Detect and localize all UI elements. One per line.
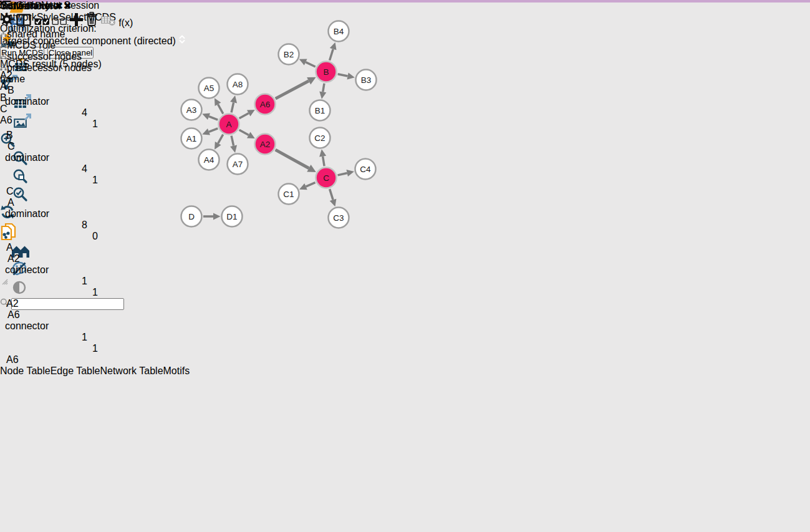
table-row-a2[interactable]: A2connector11A2 <box>0 253 190 309</box>
node-label-b4: B4 <box>334 27 344 36</box>
cell-MCDS-role[interactable]: dominator <box>0 208 76 220</box>
table-header-row: shared nameMCDS rolesuccessor nodesprede… <box>0 29 190 85</box>
edge-A2-C[interactable] <box>276 150 309 168</box>
column-type-icon <box>0 51 7 62</box>
table-panel-tabs: Node TableEdge TableNetwork TableMotifs <box>0 365 190 377</box>
cell-successor-nodes[interactable]: 8 <box>0 220 97 231</box>
cell-MCDS-role[interactable]: connector <box>0 321 76 332</box>
edge-A-A5[interactable] <box>218 104 223 114</box>
edge-A-A7[interactable] <box>231 136 234 146</box>
column-header-predecessor-nodes[interactable]: predecessor nodes <box>0 62 103 74</box>
cell-name[interactable]: A <box>0 242 52 253</box>
add-column-button[interactable] <box>70 17 85 28</box>
memory-status-button[interactable]: Memory <box>14 1 50 11</box>
node-label-c2: C2 <box>314 133 325 143</box>
cell-shared-name[interactable]: A2 <box>0 253 84 264</box>
edge-A-A4[interactable] <box>218 135 223 143</box>
cell-name[interactable]: A2 <box>0 298 52 309</box>
node-label-b3: B3 <box>361 75 372 85</box>
tab-edge-table[interactable]: Edge Table <box>51 365 100 376</box>
edge-C-C1[interactable] <box>306 183 316 187</box>
column-header-label: predecessor nodes <box>7 62 92 73</box>
edge-C-C4[interactable] <box>338 173 347 175</box>
node-attribute-table[interactable]: shared nameMCDS rolesuccessor nodesprede… <box>0 29 190 365</box>
cell-name[interactable]: B <box>0 130 52 141</box>
function-builder-button[interactable]: f(x) <box>118 17 133 28</box>
column-type-icon <box>0 29 7 39</box>
tab-network-table[interactable]: Network Table <box>100 365 163 376</box>
node-label-a: A <box>226 120 231 129</box>
edge-arrowhead <box>319 91 326 99</box>
edge-B-B4[interactable] <box>330 49 334 60</box>
edge-A-A6[interactable] <box>239 113 249 118</box>
node-label-a4: A4 <box>204 155 215 165</box>
node-label-a8: A8 <box>233 80 243 89</box>
edge-C-C3[interactable] <box>330 189 333 200</box>
cell-MCDS-role[interactable]: connector <box>0 264 76 276</box>
cell-shared-name[interactable]: B <box>0 85 84 96</box>
cell-successor-nodes[interactable]: 1 <box>0 276 97 287</box>
edge-C-C2[interactable] <box>323 157 324 167</box>
edge-A-A8[interactable] <box>231 102 234 112</box>
cell-successor-nodes[interactable]: 4 <box>0 107 97 118</box>
cell-predecessor-nodes[interactable]: 1 <box>0 175 103 186</box>
node-label-b2: B2 <box>284 50 294 59</box>
cell-name[interactable]: A6 <box>0 354 52 365</box>
edge-A-A2[interactable] <box>239 130 249 135</box>
memory-label: Memory <box>14 1 50 11</box>
edge-A-A3[interactable] <box>209 117 218 120</box>
task-history-button[interactable] <box>0 1 14 11</box>
cell-successor-nodes[interactable]: 1 <box>0 332 97 343</box>
column-header-name[interactable]: name <box>0 74 52 85</box>
cell-successor-nodes[interactable]: 4 <box>0 163 97 175</box>
list-icon <box>0 0 11 9</box>
table-row-a6[interactable]: A6connector11A6 <box>0 309 190 365</box>
cell-predecessor-nodes[interactable]: 0 <box>0 231 103 242</box>
close-panel-icon[interactable]: ✖ <box>55 1 63 11</box>
column-layout-button[interactable] <box>16 17 34 28</box>
edge-arrowhead <box>330 42 337 51</box>
cell-shared-name[interactable]: A6 <box>0 309 84 321</box>
delete-table-button[interactable] <box>101 17 118 28</box>
table-toolbar: f(x) <box>0 12 190 29</box>
delete-columns-button[interactable] <box>85 17 100 28</box>
tab-motifs[interactable]: Motifs <box>163 365 190 376</box>
column-header-successor-nodes[interactable]: successor nodes <box>0 51 97 62</box>
cell-shared-name[interactable]: C <box>0 141 84 152</box>
edge-A6-B[interactable] <box>276 81 309 99</box>
table-row-b[interactable]: Bdominator41B <box>0 85 190 141</box>
edge-B-B3[interactable] <box>338 74 348 76</box>
column-header-MCDS-role[interactable]: MCDS role <box>0 40 76 51</box>
tab-node-table[interactable]: Node Table <box>0 365 51 376</box>
column-header-label: shared name <box>7 29 65 39</box>
node-label-b: B <box>323 67 329 77</box>
trash-icon <box>85 12 98 26</box>
edge-arrowhead <box>230 95 237 103</box>
edge-B-B1[interactable] <box>323 84 324 92</box>
edge-B-B2[interactable] <box>306 62 316 67</box>
table-row-a[interactable]: Adominator80A <box>0 197 190 253</box>
cell-predecessor-nodes[interactable]: 1 <box>0 118 103 130</box>
cell-MCDS-role[interactable]: dominator <box>0 152 76 163</box>
deselect-all-columns-button[interactable] <box>52 17 69 28</box>
cell-predecessor-nodes[interactable]: 1 <box>0 343 103 354</box>
node-label-c: C <box>323 173 329 183</box>
node-label-b1: B1 <box>315 106 325 115</box>
column-type-icon <box>0 40 7 51</box>
table-settings-button[interactable] <box>0 17 16 28</box>
select-all-columns-button[interactable] <box>34 17 52 28</box>
table-row-c[interactable]: Cdominator41C <box>0 141 190 197</box>
edge-arrowhead <box>346 170 354 177</box>
node-label-d1: D1 <box>226 212 237 221</box>
column-header-shared-name[interactable]: shared name <box>0 29 84 40</box>
columns-icon <box>16 14 31 26</box>
cell-name[interactable]: C <box>0 186 52 197</box>
column-header-label: MCDS role <box>7 40 55 51</box>
status-bar: Memory <box>0 0 50 12</box>
edge-A-A1[interactable] <box>209 128 218 132</box>
column-type-icon <box>0 62 7 73</box>
cell-predecessor-nodes[interactable]: 1 <box>0 287 103 298</box>
cell-MCDS-role[interactable]: dominator <box>0 96 76 107</box>
cell-shared-name[interactable]: A <box>0 197 84 208</box>
node-label-a2: A2 <box>260 140 271 149</box>
